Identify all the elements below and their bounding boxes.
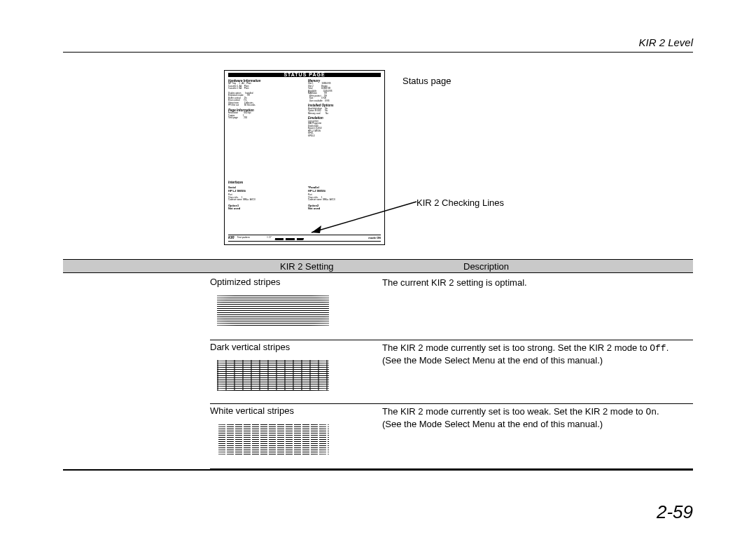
callout-kir-lines: KIR 2 Checking Lines: [416, 197, 504, 208]
stripe-sample-dark: [217, 360, 329, 391]
table-row: White vertical stripes The KIR 2 mode cu…: [210, 404, 693, 469]
manual-page: KIR 2 Level STATUS PAGE Hardware Informa…: [0, 0, 756, 535]
row-name: White vertical stripes: [210, 405, 294, 416]
table-row: Dark vertical stripes The KIR 2 mode cur…: [210, 340, 693, 404]
status-page-thumbnail: STATUS PAGE Hardware Information MP Tray…: [224, 70, 385, 245]
rule-bottom: [63, 469, 693, 471]
st-installed: Hard disk drive No Option IF-900 No Memo…: [308, 108, 381, 116]
st-kir-num: # 27: [267, 237, 272, 239]
st-memory: Slot 1 16384 KB Slot 2 Empty Total 16384…: [308, 83, 381, 102]
row-desc: The KIR 2 mode currently set is too weak…: [382, 405, 686, 430]
table-row: Optimized stripes The current KIR 2 sett…: [210, 275, 693, 340]
st-option1-val: Not used: [228, 207, 240, 210]
st-hardware-1: MP Tray 1 A4 Plain Cassette 1 A4 Plain C…: [228, 83, 301, 90]
st-h-installed: Installed Options: [308, 104, 381, 107]
st-serial-model: HP LJ 5M/5Si: [228, 189, 246, 193]
callout-status-page: Status page: [402, 76, 451, 86]
rule-top: [63, 52, 693, 53]
st-kir-test: Test pattern: [237, 237, 250, 239]
stripe-sample-optimized: [217, 295, 329, 326]
st-parallel-model: HP LJ 5M/5Si: [308, 189, 326, 193]
st-option2-val: Not used: [308, 207, 320, 210]
st-kir-mode: mode ON: [368, 237, 381, 239]
section-title: KIR 2 Level: [638, 36, 693, 48]
row-name: Optimized stripes: [210, 277, 280, 287]
st-parallel-body: Port Chars info. 1 Codeset name IBM-a AS…: [308, 194, 381, 202]
st-kir-label: KIR: [228, 237, 234, 239]
stripe-sample-white: [217, 424, 329, 454]
row-desc: The current KIR 2 setting is optimal.: [382, 277, 686, 289]
st-page-1: Resolution 600 dpi Copies 1 Total page 2…: [228, 112, 301, 120]
th-desc: Description: [463, 261, 509, 272]
st-kir-sample: [274, 236, 304, 240]
st-h-emul: Emulation: [308, 117, 381, 120]
st-hardware-2: Duplex option Installed Emulation mode O…: [228, 92, 301, 107]
st-kir-line: KIR Test pattern # 27 mode ON: [228, 235, 381, 242]
st-serial-body: Port Chars info. 1 Codeset name IBM-a AS…: [228, 194, 301, 202]
th-setting: KIR 2 Setting: [280, 261, 334, 272]
row-name: Dark vertical stripes: [210, 342, 290, 352]
st-emul: Line printer IBM Proprinter Diablo 630 E…: [308, 120, 381, 138]
status-page-title: STATUS PAGE: [228, 73, 381, 77]
row-desc: The KIR 2 mode currently set is too stro…: [382, 342, 686, 366]
st-h-interfaces: Interfaces: [228, 181, 381, 184]
page-number: 2-59: [657, 501, 693, 523]
table-header: KIR 2 Setting Description: [63, 259, 693, 273]
